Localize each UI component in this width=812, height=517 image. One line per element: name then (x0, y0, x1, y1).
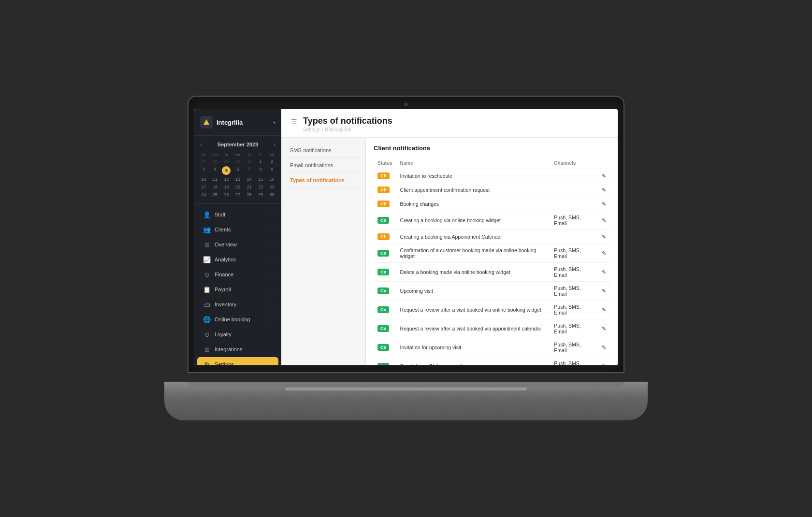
sidebar-item-finance[interactable]: ⊙Finance› (197, 267, 278, 282)
notification-status-cell: Off (374, 183, 396, 197)
sidebar-item-settings[interactable]: ⚙Settings (197, 357, 278, 365)
calendar-day[interactable]: 1 (255, 158, 266, 165)
calendar-day[interactable]: 19 (221, 184, 232, 191)
status-badge[interactable]: On (377, 250, 389, 257)
left-nav-sms[interactable]: SMS-notifications (285, 144, 362, 158)
calendar-day[interactable]: 31 (244, 158, 255, 165)
edit-button[interactable]: ✎ (598, 263, 610, 282)
section-title: Client notifications (374, 144, 610, 152)
calendar-day[interactable]: 17 (198, 184, 209, 191)
breadcrumb-current: Notifications (322, 127, 351, 132)
page-header: ☰ Types of notifications Settings Notifi… (281, 109, 618, 138)
chevron-down-icon: › (271, 257, 273, 262)
sidebar-item-staff[interactable]: 👤Staff› (197, 207, 278, 222)
status-badge[interactable]: Off (377, 187, 390, 193)
status-badge[interactable]: On (377, 217, 389, 224)
edit-button[interactable]: ✎ (598, 338, 610, 357)
table-header: Channels (550, 158, 598, 169)
edit-button[interactable]: ✎ (598, 183, 610, 197)
laptop-base (164, 382, 648, 420)
cal-prev-button[interactable]: ‹ (198, 141, 204, 148)
calendar-day[interactable]: 5 (222, 166, 231, 175)
calendar-day[interactable]: 28 (244, 191, 255, 199)
edit-button[interactable]: ✎ (598, 301, 610, 319)
calendar-day[interactable]: 26 (221, 191, 232, 199)
calendar-day[interactable]: 20 (232, 184, 244, 191)
status-badge[interactable]: Off (377, 233, 390, 240)
notification-channels-cell: Push, SMS, Email (550, 282, 598, 301)
edit-button[interactable]: ✎ (598, 357, 610, 366)
sidebar-item-loyalty[interactable]: ⊙Loyalty (197, 327, 278, 342)
calendar-day[interactable]: 21 (244, 184, 255, 191)
calendar-day[interactable]: 27 (198, 158, 209, 165)
calendar-day[interactable]: 12 (221, 176, 232, 183)
sidebar-item-label-overview: Overview (215, 242, 271, 247)
sidebar-item-analytics[interactable]: 📈Analytics› (197, 252, 278, 267)
calendar-day[interactable]: 11 (210, 176, 221, 183)
edit-button[interactable]: ✎ (598, 319, 610, 338)
sidebar-item-overview[interactable]: ⊞Overview› (197, 237, 278, 252)
calendar-day[interactable]: 15 (255, 176, 266, 183)
calendar-day[interactable]: 9 (266, 166, 277, 175)
sidebar-item-online-booking[interactable]: 🌐Online booking› (197, 312, 278, 327)
calendar-day[interactable]: 13 (232, 176, 244, 183)
calendar-day[interactable]: 29 (255, 191, 266, 199)
sidebar-item-payroll[interactable]: 📋Payroll› (197, 282, 278, 297)
calendar-day[interactable]: 7 (244, 166, 255, 175)
calendar-day[interactable]: 22 (255, 184, 266, 191)
sidebar-item-integrations[interactable]: ⊞Integrations (197, 342, 278, 357)
calendar-day[interactable]: 30 (266, 191, 277, 199)
calendar-day[interactable]: 23 (266, 184, 277, 191)
nav-section: 👤Staff›👥Clients›⊞Overview›📈Analytics›⊙Fi… (194, 204, 281, 365)
cal-next-button[interactable]: › (272, 141, 277, 148)
sidebar-item-inventory[interactable]: 🗃Inventory› (197, 297, 278, 312)
calendar-day[interactable]: 10 (198, 176, 209, 183)
chevron-down-icon: › (271, 212, 273, 217)
status-badge[interactable]: On (377, 306, 389, 313)
edit-button[interactable]: ✎ (598, 197, 610, 211)
calendar-day[interactable]: 25 (210, 191, 221, 199)
status-badge[interactable]: On (377, 325, 389, 332)
sidebar-item-clients[interactable]: 👥Clients› (197, 222, 278, 237)
sidebar-item-label-analytics: Analytics (215, 257, 271, 262)
left-nav-email[interactable]: Email-notifications (285, 158, 362, 172)
notification-status-cell: Off (374, 169, 396, 183)
calendar-day[interactable]: 18 (210, 184, 221, 191)
status-badge[interactable]: On (377, 363, 389, 365)
settings-icon: ⚙ (203, 360, 211, 365)
status-badge[interactable]: On (377, 269, 389, 275)
calendar-day[interactable]: 29 (221, 158, 232, 165)
calendar-day[interactable]: 28 (210, 158, 221, 165)
calendar-day[interactable]: 4 (210, 166, 221, 175)
left-nav-types[interactable]: Types of notifications (285, 173, 362, 187)
calendar-header: ‹ September 2023 › (198, 141, 277, 148)
table-row: OffClient appointment confirmation reque… (374, 183, 610, 197)
edit-button[interactable]: ✎ (598, 230, 610, 244)
status-badge[interactable]: On (377, 344, 389, 351)
sidebar-item-label-inventory: Inventory (215, 302, 271, 307)
edit-button[interactable]: ✎ (598, 244, 610, 263)
notification-status-cell: On (374, 338, 396, 357)
sidebar-logo[interactable]: Integrilla ▾ (194, 109, 281, 136)
notification-channels-cell: Push, SMS, Email (550, 301, 598, 319)
calendar-day[interactable]: 2 (266, 158, 277, 165)
calendar-day[interactable]: 6 (232, 166, 244, 175)
notification-status-cell: On (374, 301, 396, 319)
notification-status-cell: On (374, 244, 396, 263)
edit-button[interactable]: ✎ (598, 211, 610, 230)
status-badge[interactable]: Off (377, 201, 390, 207)
calendar-day[interactable]: 8 (255, 166, 266, 175)
calendar-dow: th (244, 151, 255, 158)
edit-button[interactable]: ✎ (598, 282, 610, 301)
calendar-day[interactable]: 27 (232, 191, 244, 199)
calendar-day[interactable]: 16 (266, 176, 277, 183)
notification-name-cell: Confirmation of a customer booking made … (396, 244, 551, 263)
calendar-day[interactable]: 14 (244, 176, 255, 183)
calendar-day[interactable]: 30 (232, 158, 244, 165)
status-badge[interactable]: Off (377, 172, 390, 179)
calendar-day[interactable]: 24 (198, 191, 209, 199)
edit-button[interactable]: ✎ (598, 169, 610, 183)
content-body: SMS-notificationsEmail-notificationsType… (281, 138, 618, 365)
calendar-day[interactable]: 3 (198, 166, 209, 175)
status-badge[interactable]: On (377, 287, 389, 294)
